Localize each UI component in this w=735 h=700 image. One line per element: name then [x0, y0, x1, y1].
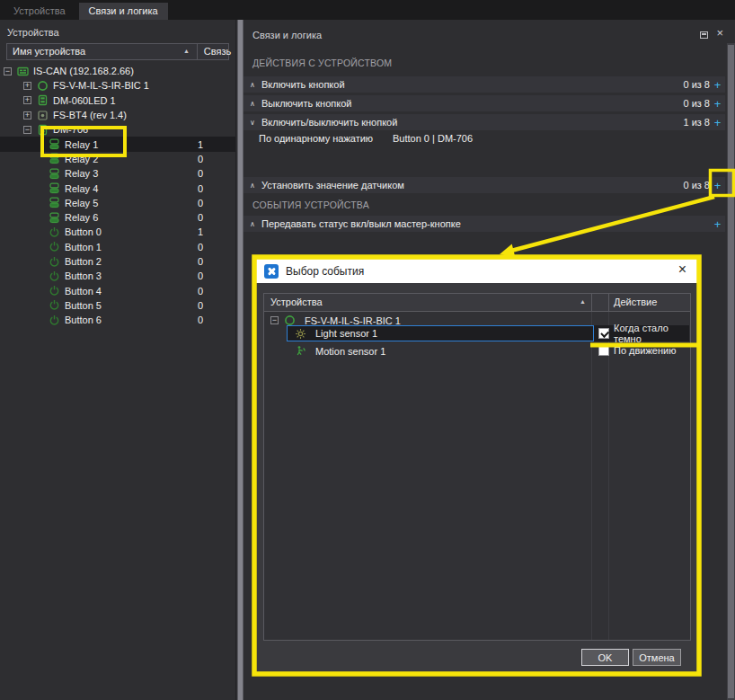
rule-row-[interactable]: ∧Передавать статус вкл/выкл мастер-кнопк… — [244, 216, 725, 232]
tree-row-button-0[interactable]: Button 01 — [0, 225, 235, 239]
add-rule-plus-icon[interactable]: + — [712, 79, 723, 91]
tab-devices[interactable]: Устройства — [4, 3, 75, 20]
expand-box-icon[interactable]: + — [23, 82, 31, 90]
relay-icon — [49, 153, 60, 164]
column-device-name[interactable]: Имя устройства — [13, 46, 85, 57]
rule-count: 1 из 8 — [683, 117, 710, 128]
event-table-header[interactable]: Устройства ▲ Действие — [264, 294, 690, 312]
device-name: Relay 2 — [65, 154, 98, 164]
cancel-button[interactable]: Отмена — [633, 649, 681, 666]
tree-row-is-can-192-168-2-66[interactable]: −IS-CAN (192.168.2.66) — [0, 64, 235, 78]
rule-row-[interactable]: ∧Установить значение датчиком0 из 8+ — [244, 177, 725, 193]
collapse-box-icon[interactable]: − — [270, 316, 279, 324]
event-action-label: Когда стало темно — [614, 323, 689, 344]
rule-count: 0 из 8 — [683, 98, 710, 109]
binding-trigger: По одинарному нажатию — [259, 133, 373, 144]
expand-chevron-icon[interactable]: ∨ — [250, 119, 260, 127]
dialog-title: Выбор события — [286, 265, 364, 278]
link-count: 0 — [198, 242, 225, 253]
rule-row-[interactable]: ∨Включить/выключить кнопкой1 из 8+ — [244, 114, 725, 130]
tree-row-button-4[interactable]: Button 40 — [0, 283, 235, 297]
network-controller-icon — [17, 66, 29, 77]
event-action-cell[interactable]: Когда стало темно — [594, 325, 689, 341]
link-count: 0 — [198, 270, 225, 281]
dimmer-icon — [37, 94, 49, 106]
relay-icon — [49, 168, 60, 180]
link-count: 0 — [198, 198, 225, 208]
tree-row-button-5[interactable]: Button 50 — [0, 298, 235, 313]
rule-label: Установить значение датчиком — [261, 180, 404, 191]
checkbox-unchecked-icon[interactable] — [598, 345, 609, 356]
tree-row-relay-1[interactable]: Relay 11 — [0, 137, 235, 151]
collapse-box-icon[interactable]: − — [4, 67, 12, 75]
selected-device-box[interactable]: Light sensor 1 — [287, 325, 594, 341]
column-separator[interactable] — [608, 294, 609, 311]
float-window-icon[interactable] — [700, 31, 708, 39]
rule-row-[interactable]: ∧Включить кнопкой0 из 8+ — [244, 76, 725, 93]
tree-row-button-1[interactable]: Button 10 — [0, 240, 235, 254]
rule-count: 0 из 8 — [683, 79, 710, 90]
tree-row-dm-706[interactable]: −DM-706 — [0, 122, 235, 137]
binding-target: Button 0 | DM-706 — [393, 133, 473, 144]
rule-label: Включить/выключить кнопкой — [261, 117, 397, 128]
tree-row-dm-060led-1[interactable]: +DM-060LED 1 — [0, 93, 235, 108]
dialog-close-icon[interactable]: × — [678, 261, 686, 278]
rule-count: 0 из 8 — [683, 180, 710, 191]
add-rule-plus-icon[interactable]: + — [712, 117, 723, 128]
power-button-icon — [49, 226, 60, 238]
link-count: 0 — [198, 183, 225, 194]
add-rule-plus-icon[interactable]: + — [712, 180, 723, 191]
dialog-title-bar[interactable]: Выбор события × — [256, 259, 698, 283]
panel-splitter[interactable] — [237, 20, 244, 700]
device-name: Button 3 — [65, 270, 102, 281]
rule-binding-row[interactable]: По одинарному нажатиюButton 0 | DM-706 — [244, 131, 725, 146]
column-action[interactable]: Действие — [614, 297, 657, 307]
section-device-actions: ДЕЙСТВИЯ С УСТРОЙСТВОМ — [252, 58, 392, 68]
scrollbar-thumb[interactable] — [728, 45, 734, 698]
tree-row-relay-5[interactable]: Relay 50 — [0, 196, 235, 210]
bt-module-icon — [37, 110, 49, 121]
close-icon[interactable]: × — [716, 27, 723, 39]
event-action-cell[interactable]: По движению — [594, 342, 689, 359]
collapse-box-icon[interactable]: − — [23, 126, 31, 134]
collapse-chevron-icon[interactable]: ∧ — [250, 182, 260, 190]
tree-row-relay-4[interactable]: Relay 40 — [0, 181, 235, 195]
checkbox-checked-icon[interactable] — [598, 328, 609, 339]
sensor-circle-icon — [37, 80, 49, 92]
tree-row-relay-6[interactable]: Relay 60 — [0, 210, 235, 225]
vertical-scrollbar[interactable] — [727, 43, 735, 700]
expand-box-icon[interactable]: + — [23, 111, 31, 120]
motion-sensor-icon — [295, 345, 306, 357]
tab-links-logic[interactable]: Связи и логика — [79, 3, 168, 20]
tree-row-button-6[interactable]: Button 60 — [0, 313, 235, 327]
device-name: Button 4 — [65, 286, 102, 297]
collapse-chevron-icon[interactable]: ∧ — [250, 220, 260, 228]
device-name: Button 2 — [65, 256, 102, 267]
power-button-icon — [49, 256, 60, 268]
tree-row-button-2[interactable]: Button 20 — [0, 254, 235, 269]
column-separator[interactable] — [591, 294, 592, 311]
device-name: IS-CAN (192.168.2.66) — [33, 66, 134, 76]
device-tree-header[interactable]: Имя устройства ▲ Связь — [6, 43, 229, 60]
tree-row-fs-v-m-il-s-ir-bic-1[interactable]: +FS-V-M-IL-S-IR-BIC 1 — [0, 78, 235, 93]
rule-row-[interactable]: ∧Выключить кнопкой0 из 8+ — [244, 95, 725, 111]
tree-row-button-3[interactable]: Button 30 — [0, 269, 235, 283]
ok-button[interactable]: OK — [581, 649, 629, 666]
device-name: Relay 3 — [65, 168, 98, 179]
tree-row-fs-bt4-rev-1-4[interactable]: +FS-BT4 (rev 1.4) — [0, 108, 235, 122]
rule-label: Включить кнопкой — [261, 79, 345, 90]
expand-box-icon[interactable]: + — [23, 96, 31, 104]
device-name: Motion sensor 1 — [315, 346, 385, 357]
column-link[interactable]: Связь — [199, 46, 235, 57]
tree-row-relay-2[interactable]: Relay 20 — [0, 152, 235, 166]
column-devices[interactable]: Устройства — [270, 297, 323, 307]
power-button-icon — [49, 299, 60, 311]
tree-row-relay-3[interactable]: Relay 30 — [0, 166, 235, 181]
add-rule-plus-icon[interactable]: + — [712, 98, 723, 110]
device-name: FS-BT4 (rev 1.4) — [53, 110, 127, 120]
column-separator[interactable] — [197, 44, 198, 59]
collapse-chevron-icon[interactable]: ∧ — [250, 81, 260, 89]
link-count: 0 — [198, 300, 225, 311]
add-rule-plus-icon[interactable]: + — [712, 218, 723, 230]
collapse-chevron-icon[interactable]: ∧ — [250, 100, 260, 108]
